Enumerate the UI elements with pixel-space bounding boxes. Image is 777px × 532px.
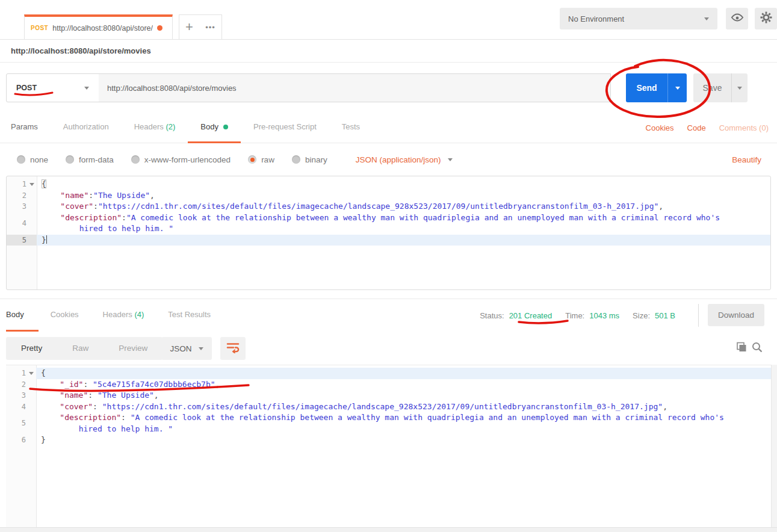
tab-options-button[interactable]: ••• xyxy=(199,14,222,40)
status-label: Status: xyxy=(480,311,504,320)
body-type-row: none form-data x-www-form-urlencoded raw… xyxy=(0,143,777,176)
tab-tests[interactable]: Tests xyxy=(329,112,373,143)
code-line-1[interactable]: 1{ xyxy=(6,368,777,379)
top-bar: POST http://localhost:8080/api/store/ + … xyxy=(0,0,777,40)
code-line-3[interactable]: 3 "cover":"https://cdn1.thr.com/sites/de… xyxy=(7,201,770,212)
copy-response-button[interactable] xyxy=(735,341,748,356)
environment-selected-label: No Environment xyxy=(568,14,624,23)
send-button-label: Send xyxy=(626,73,667,102)
tab-authorization[interactable]: Authorization xyxy=(51,112,122,143)
request-tab[interactable]: POST http://localhost:8080/api/store/ xyxy=(24,14,173,40)
request-links: Cookies Code Comments (0) xyxy=(646,112,769,143)
body-mode-binary[interactable]: binary xyxy=(292,155,327,164)
response-tabs: Body Cookies Headers (4) Test Results xyxy=(6,299,223,332)
line-number-2: 2 xyxy=(6,379,36,391)
new-tab-button[interactable]: + xyxy=(179,14,200,40)
unsaved-changes-dot xyxy=(157,25,163,31)
body-mode-form-data[interactable]: form-data xyxy=(66,155,114,164)
response-body-editor[interactable]: 1{2 "_id": "5c4e715fa74c07dbbb6ecb7b",3 … xyxy=(6,365,777,527)
fold-caret-icon[interactable] xyxy=(29,372,34,375)
copy-icon xyxy=(735,345,748,355)
line-number-2: 2 xyxy=(7,190,37,202)
vertical-scrollbar[interactable] xyxy=(771,365,777,527)
response-header: Body Cookies Headers (4) Test Results St… xyxy=(0,298,777,332)
tab-headers[interactable]: Headers (2) xyxy=(122,112,188,143)
send-button[interactable]: Send xyxy=(626,73,687,102)
code-link[interactable]: Code xyxy=(687,123,706,132)
send-options-caret[interactable] xyxy=(667,73,687,102)
chevron-down-icon xyxy=(675,87,680,90)
code-line-5[interactable]: 5} xyxy=(7,235,770,246)
wrap-lines-button[interactable] xyxy=(220,337,246,360)
code-line-3[interactable]: 3 "name": "The Upside", xyxy=(6,390,777,401)
line-number-1: 1 xyxy=(6,368,36,379)
save-button[interactable]: Save xyxy=(693,73,748,102)
method-selected-label: POST xyxy=(16,84,37,92)
save-options-caret[interactable] xyxy=(731,73,748,102)
response-headers-count: (4) xyxy=(134,310,144,319)
tab-method-label: POST xyxy=(31,25,48,31)
radio-icon[interactable] xyxy=(292,155,300,164)
code-line-5[interactable]: 5 "description": "A comedic look at the … xyxy=(6,412,777,435)
code-line-4[interactable]: 4 "description":"A comedic look at the r… xyxy=(7,212,770,235)
code-line-1[interactable]: 1{ xyxy=(7,179,770,190)
cookies-link[interactable]: Cookies xyxy=(646,123,674,132)
tab-pre-request-script[interactable]: Pre-request Script xyxy=(241,112,329,143)
content-type-selector[interactable]: JSON (application/json) xyxy=(356,155,453,164)
wrap-lines-icon xyxy=(226,341,240,356)
tab-url-label: http://localhost:8080/api/store/ xyxy=(52,24,153,32)
response-tab-cookies[interactable]: Cookies xyxy=(39,299,91,332)
line-number-5: 5 xyxy=(7,235,37,246)
code-line-2[interactable]: 2 "_id": "5c4e715fa74c07dbbb6ecb7b", xyxy=(6,379,777,391)
radio-selected-icon[interactable] xyxy=(248,155,256,164)
response-tab-test-results[interactable]: Test Results xyxy=(156,299,223,332)
fold-caret-icon[interactable] xyxy=(29,183,34,186)
view-pretty[interactable]: Pretty xyxy=(6,337,57,360)
request-code-rows: 1{2 "name":"The Upside",3 "cover":"https… xyxy=(7,179,770,246)
radio-icon[interactable] xyxy=(17,155,25,164)
response-tab-body[interactable]: Body xyxy=(6,299,39,332)
request-builder: POST Send Save xyxy=(0,63,777,112)
save-button-label: Save xyxy=(693,73,731,102)
divider xyxy=(698,304,699,327)
comments-link[interactable]: Comments (0) xyxy=(719,123,769,132)
body-mode-raw[interactable]: raw xyxy=(248,155,274,164)
url-input[interactable] xyxy=(99,73,611,102)
line-number-3: 3 xyxy=(7,201,37,212)
line-number-4: 4 xyxy=(6,401,36,413)
code-line-6[interactable]: 6} xyxy=(6,435,777,446)
size-value: 501 B xyxy=(655,311,675,320)
search-response-button[interactable] xyxy=(751,341,763,356)
tab-body[interactable]: Body xyxy=(188,112,241,143)
chevron-down-icon xyxy=(704,17,709,20)
horizontal-scrollbar[interactable] xyxy=(0,527,777,532)
response-format-label: JSON xyxy=(170,344,191,353)
request-body-editor[interactable]: 1{2 "name":"The Upside",3 "cover":"https… xyxy=(6,176,771,290)
line-number-4: 4 xyxy=(7,212,37,235)
request-tabs: Params Authorization Headers (2) Body Pr… xyxy=(11,112,373,143)
content-type-label: JSON (application/json) xyxy=(356,155,441,164)
view-preview[interactable]: Preview xyxy=(104,337,163,360)
view-raw[interactable]: Raw xyxy=(57,337,104,360)
status-value: 201 Created xyxy=(509,311,553,320)
method-selector[interactable]: POST xyxy=(6,73,99,102)
request-title: http://localhost:8080/api/store/movies xyxy=(0,40,777,63)
code-line-2[interactable]: 2 "name":"The Upside", xyxy=(7,190,770,202)
radio-icon[interactable] xyxy=(131,155,140,164)
radio-icon[interactable] xyxy=(66,155,74,164)
environment-quick-look-button[interactable] xyxy=(726,8,748,29)
body-mode-x-www-form-urlencoded[interactable]: x-www-form-urlencoded xyxy=(131,155,231,164)
beautify-link[interactable]: Beautify xyxy=(732,155,761,164)
time-value: 1043 ms xyxy=(589,311,619,320)
body-mode-none[interactable]: none xyxy=(17,155,48,164)
code-line-4[interactable]: 4 "cover": "https://cdn1.thr.com/sites/d… xyxy=(6,401,777,413)
line-number-5: 5 xyxy=(6,412,36,435)
download-button[interactable]: Download xyxy=(708,304,764,326)
time-label: Time: xyxy=(565,311,584,320)
environment-selector[interactable]: No Environment xyxy=(560,8,717,29)
request-tabs-row: Params Authorization Headers (2) Body Pr… xyxy=(0,112,777,143)
tab-params[interactable]: Params xyxy=(11,112,51,143)
response-format-selector[interactable]: JSON xyxy=(161,337,212,360)
response-tab-headers[interactable]: Headers (4) xyxy=(91,299,156,332)
settings-button[interactable] xyxy=(755,8,777,29)
